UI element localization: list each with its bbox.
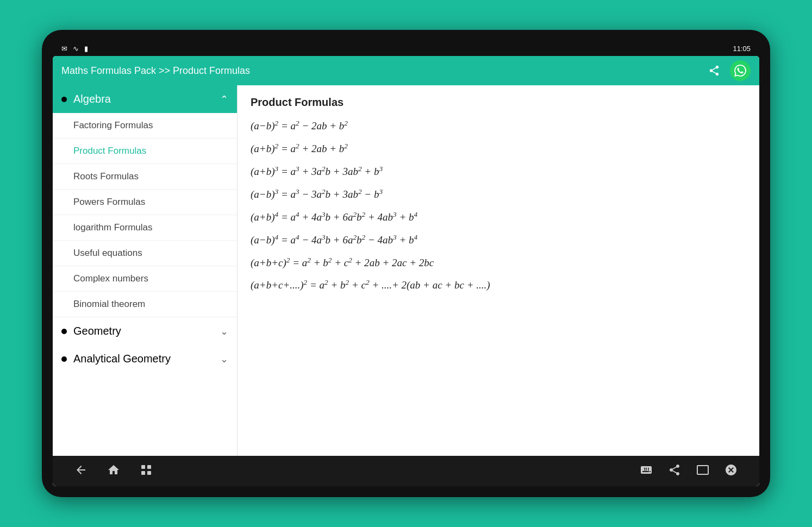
formula-6: (a−b)4 = a4 − 4a3b + 6a2b2 − 4ab3 + b4: [251, 233, 746, 248]
algebra-subitems: Factoring Formulas Product Formulas Root…: [53, 113, 237, 317]
formula-7: (a+b+c)2 = a2 + b2 + c2 + 2ab + 2ac + 2b…: [251, 255, 746, 271]
formula-8: (a+b+c+....)2 = a2 + b2 + c2 + ....+ 2(a…: [251, 278, 746, 293]
formula-5: (a+b)4 = a4 + 4a3b + 6a2b2 + 4ab3 + b4: [251, 210, 746, 225]
formula-1: (a−b)2 = a2 − 2ab + b2: [251, 118, 746, 134]
wifi-icon: ∿: [73, 45, 79, 53]
formula-2: (a+b)2 = a2 + 2ab + b2: [251, 141, 746, 156]
formula-list: (a−b)2 = a2 − 2ab + b2 (a+b)2 = a2 + 2ab…: [251, 118, 746, 293]
content-area: Algebra ⌃ Factoring Formulas Product For…: [53, 85, 759, 456]
formula-4: (a−b)3 = a3 − 3a2b + 3ab2 − b3: [251, 187, 746, 202]
clock: 11:05: [733, 45, 751, 53]
header-icons: [704, 60, 751, 81]
algebra-chevron: ⌃: [220, 93, 228, 105]
keyboard-icon[interactable]: [640, 463, 653, 479]
main-content: Product Formulas (a−b)2 = a2 − 2ab + b2 …: [238, 85, 759, 456]
svg-rect-1: [147, 465, 151, 469]
category-analytical[interactable]: Analytical Geometry ⌄: [53, 345, 237, 373]
close-nav-icon[interactable]: [724, 463, 738, 479]
sidebar-item-product[interactable]: Product Formulas: [53, 139, 237, 164]
category-geometry[interactable]: Geometry ⌄: [53, 317, 237, 345]
tablet-device: ✉ ∿ ▮ 11:05 Maths Formulas Pack >> Produ…: [42, 30, 770, 497]
svg-rect-2: [141, 471, 145, 475]
status-icons: ✉ ∿ ▮: [61, 45, 88, 53]
sidebar-item-useful[interactable]: Useful equations: [53, 241, 237, 266]
app-header: Maths Formulas Pack >> Product Formulas: [53, 56, 759, 85]
sidebar-item-binomial[interactable]: Binomial theorem: [53, 292, 237, 317]
formula-3: (a+b)3 = a3 + 3a2b + 3ab2 + b3: [251, 164, 746, 179]
sidebar-item-logarithm[interactable]: logarithm Formulas: [53, 215, 237, 241]
share-nav-icon[interactable]: [668, 463, 681, 479]
home-icon[interactable]: [107, 463, 120, 479]
share-button[interactable]: [704, 60, 724, 81]
sidebar: Algebra ⌃ Factoring Formulas Product For…: [53, 85, 238, 456]
geometry-bullet: [61, 329, 67, 334]
app-header-title: Maths Formulas Pack >> Product Formulas: [61, 65, 250, 77]
status-bar: ✉ ∿ ▮ 11:05: [53, 41, 759, 56]
screen-nav-icon[interactable]: [696, 463, 709, 479]
analytical-label: Analytical Geometry: [73, 353, 220, 365]
bottom-right-nav: [640, 463, 738, 479]
algebra-bullet: [61, 97, 67, 102]
sidebar-item-factoring[interactable]: Factoring Formulas: [53, 113, 237, 139]
bottom-left-nav: [74, 463, 153, 479]
sidebar-item-roots[interactable]: Roots Formulas: [53, 164, 237, 190]
category-algebra[interactable]: Algebra ⌃: [53, 85, 237, 113]
sidebar-item-powers[interactable]: Powers Formulas: [53, 190, 237, 215]
message-icon: ✉: [61, 45, 67, 53]
analytical-chevron: ⌄: [220, 353, 228, 365]
svg-rect-3: [147, 471, 151, 475]
analytical-bullet: [61, 356, 67, 362]
whatsapp-button[interactable]: [730, 60, 751, 81]
geometry-chevron: ⌄: [220, 325, 228, 337]
recents-icon[interactable]: [140, 463, 153, 479]
algebra-label: Algebra: [73, 93, 220, 105]
svg-rect-0: [141, 465, 145, 469]
geometry-label: Geometry: [73, 325, 220, 337]
sidebar-item-complex[interactable]: Complex numbers: [53, 266, 237, 292]
facebook-icon: ▮: [84, 45, 88, 53]
back-icon[interactable]: [74, 463, 88, 479]
bottom-nav: [53, 456, 759, 486]
section-title: Product Formulas: [251, 96, 746, 109]
screen: Maths Formulas Pack >> Product Formulas: [53, 56, 759, 486]
